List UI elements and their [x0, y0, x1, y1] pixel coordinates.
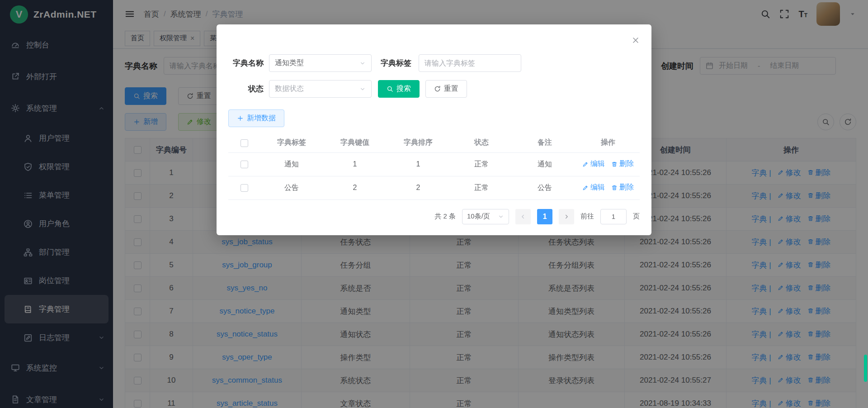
- pencil-icon: [582, 161, 589, 167]
- cell-status: 正常: [450, 176, 513, 199]
- select-value: 10条/页: [467, 212, 490, 221]
- row-checkbox[interactable]: [241, 161, 248, 168]
- row-checkbox[interactable]: [241, 184, 248, 192]
- status-select[interactable]: 数据状态: [269, 80, 372, 98]
- trash-icon: [611, 161, 618, 167]
- goto-unit: 页: [633, 212, 640, 221]
- cell-remark: 通知: [513, 152, 576, 176]
- select-all-checkbox[interactable]: [241, 139, 248, 147]
- trash-icon: [611, 185, 618, 191]
- dict-label-input[interactable]: [419, 54, 521, 72]
- dict-data-row: 通知11正常通知编辑删除: [228, 152, 640, 176]
- pencil-icon: [582, 185, 589, 191]
- dialog-table-body: 通知11正常通知编辑删除公告22正常公告编辑删除: [228, 152, 640, 199]
- cell-dict-value: 2: [323, 176, 387, 199]
- chevron-down-icon: [359, 60, 366, 66]
- page-1-button[interactable]: 1: [537, 209, 552, 224]
- table-header-row: 字典标签 字典键值 字典排序 状态 备注 操作: [228, 133, 640, 152]
- column-header: 字典键值: [323, 133, 387, 152]
- dict-name-select[interactable]: 通知类型: [269, 54, 372, 72]
- pagination-total: 共 2 条: [434, 212, 456, 221]
- dialog-search-button[interactable]: 搜索: [378, 80, 420, 98]
- dialog-filter-row-2: 状态 数据状态 搜索 重置: [228, 80, 640, 98]
- column-header: 状态: [450, 133, 513, 152]
- plus-icon: [237, 115, 244, 122]
- dict-data-row: 公告22正常公告编辑删除: [228, 176, 640, 199]
- delete-link[interactable]: 删除: [611, 183, 634, 192]
- select-placeholder: 数据状态: [275, 84, 304, 94]
- goto-page-input[interactable]: [600, 209, 627, 224]
- pagination: 共 2 条 10条/页 1 前往 页: [228, 209, 640, 224]
- cell-status: 正常: [450, 152, 513, 176]
- next-page-button[interactable]: [559, 209, 574, 224]
- column-header: 字典排序: [387, 133, 450, 152]
- column-header: 备注: [513, 133, 576, 152]
- dialog-filter-row-1: 字典名称 通知类型 字典标签: [228, 54, 640, 72]
- cell-dict-label: 公告: [260, 176, 323, 199]
- close-icon[interactable]: [632, 36, 640, 44]
- scrollbar-thumb[interactable]: [864, 355, 867, 382]
- chevron-left-icon: [520, 213, 526, 220]
- dialog-reset-button[interactable]: 重置: [425, 80, 467, 98]
- edit-link[interactable]: 编辑: [582, 183, 605, 192]
- dict-data-dialog: 字典名称 通知类型 字典标签 状态 数据状态 搜索 重置 新增数据: [217, 24, 651, 235]
- cell-dict-sort: 1: [387, 152, 450, 176]
- select-value: 通知类型: [275, 58, 304, 68]
- cell-dict-label: 通知: [260, 152, 323, 176]
- search-icon: [387, 85, 393, 92]
- delete-link[interactable]: 删除: [611, 159, 634, 169]
- edit-link[interactable]: 编辑: [582, 159, 605, 169]
- dialog-dict-label-label: 字典标签: [380, 58, 411, 68]
- refresh-icon: [434, 85, 441, 92]
- prev-page-button[interactable]: [515, 209, 531, 224]
- cell-remark: 公告: [513, 176, 576, 199]
- cell-dict-value: 1: [323, 152, 387, 176]
- cell-dict-sort: 2: [387, 176, 450, 199]
- column-header: 操作: [576, 133, 640, 152]
- chevron-down-icon: [359, 86, 366, 92]
- goto-label: 前往: [580, 212, 594, 221]
- dialog-status-label: 状态: [228, 84, 264, 94]
- dialog-dict-name-label: 字典名称: [228, 58, 264, 68]
- dict-data-table: 字典标签 字典键值 字典排序 状态 备注 操作 通知11正常通知编辑删除公告22…: [228, 133, 640, 200]
- chevron-down-icon: [498, 213, 504, 220]
- page-size-select[interactable]: 10条/页: [462, 209, 509, 224]
- chevron-right-icon: [563, 213, 570, 220]
- add-data-button[interactable]: 新增数据: [228, 109, 284, 127]
- column-header: 字典标签: [260, 133, 323, 152]
